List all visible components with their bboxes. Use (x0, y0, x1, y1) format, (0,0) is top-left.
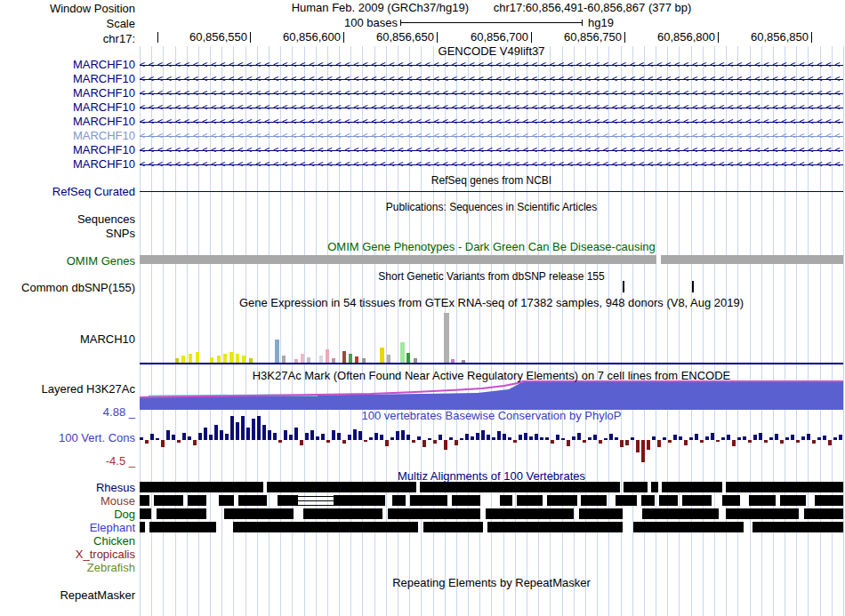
alignment-block (752, 522, 843, 532)
gencode-track[interactable]: <<<<<<<<<<<<<<<<<<<<<<<<<<<<<<<<<<<<<<<<… (140, 58, 843, 172)
conservation-bar (476, 433, 479, 440)
conservation-bar (262, 425, 266, 440)
alignment-block (334, 495, 385, 506)
conservation-bar (428, 438, 431, 440)
alignment-row-x-tropicalis[interactable] (140, 548, 843, 559)
publications-title: Publications: Sequences in Scientific Ar… (140, 201, 843, 213)
conservation-bar (390, 437, 394, 440)
conservation-max-label: 4.88 _ (0, 405, 135, 419)
gene-label: MARCHF10 (0, 115, 135, 128)
conservation-bar (508, 437, 511, 440)
alignment-row-dog[interactable] (140, 508, 843, 519)
conservation-bar (561, 438, 565, 440)
ruler[interactable]: 60,856,55060,856,60060,856,65060,856,700… (140, 31, 843, 45)
ruler-tick (343, 32, 344, 43)
alignment-block (278, 495, 298, 506)
gtex-bar (400, 342, 405, 363)
alignment-row-chicken[interactable] (140, 535, 843, 546)
conservation-bar (684, 440, 688, 445)
species-label-zebrafish: Zebrafish (0, 561, 135, 574)
omim-title: OMIM Gene Phenotypes - Dark Green Can Be… (140, 241, 843, 253)
gene-model[interactable]: <<<<<<<<<<<<<<<<<<<<<<<<<<<<<<<<<<<<<<<<… (140, 100, 843, 115)
conservation-bar (812, 440, 816, 444)
ruler-tick-label: 60,856,750 (544, 31, 622, 44)
gtex-bar (342, 351, 346, 363)
conservation-track[interactable] (140, 416, 843, 463)
conservation-bar (732, 440, 736, 446)
conservation-bar (689, 437, 693, 440)
alignment-block (780, 495, 806, 506)
species-label-dog: Dog (0, 508, 135, 521)
publications-row-label: Sequences (0, 212, 135, 226)
ruler-tick-label: 60,856,600 (263, 31, 341, 44)
alignment-block (726, 508, 799, 519)
conservation-bar (641, 440, 645, 462)
gtex-track[interactable] (140, 313, 843, 364)
conservation-bar (439, 435, 442, 440)
conservation-bar (588, 437, 592, 440)
ruler-tick (250, 32, 251, 43)
conservation-bar (700, 440, 704, 443)
gene-model[interactable]: <<<<<<<<<<<<<<<<<<<<<<<<<<<<<<<<<<<<<<<<… (140, 157, 843, 172)
conservation-bar (487, 435, 490, 440)
conservation-bar (503, 434, 506, 440)
ruler-tick-label: 60,856,550 (170, 31, 247, 44)
gene-model[interactable]: <<<<<<<<<<<<<<<<<<<<<<<<<<<<<<<<<<<<<<<<… (140, 129, 843, 143)
conservation-bar (540, 437, 543, 440)
gtex-bar (332, 358, 335, 363)
alignment-row-rhesus[interactable] (140, 482, 843, 492)
gtex-bar (242, 356, 245, 363)
gene-model[interactable]: <<<<<<<<<<<<<<<<<<<<<<<<<<<<<<<<<<<<<<<<… (140, 86, 843, 100)
alignment-row-elephant[interactable] (140, 522, 843, 532)
gtex-bar (217, 356, 221, 363)
multiz-track[interactable] (140, 481, 843, 577)
gtex-bar (249, 358, 253, 363)
conservation-bar (817, 437, 821, 440)
conservation-bar (209, 435, 213, 440)
chrom-label: chr17: (0, 32, 135, 45)
conservation-bar (332, 430, 335, 440)
conservation-bar (572, 436, 575, 440)
conservation-bar (556, 435, 559, 440)
species-label-chicken: Chicken (0, 534, 135, 548)
conservation-bar (625, 440, 629, 445)
gene-model[interactable]: <<<<<<<<<<<<<<<<<<<<<<<<<<<<<<<<<<<<<<<<… (140, 143, 843, 157)
alignment-block (149, 522, 216, 532)
alignment-row-mouse[interactable] (140, 495, 843, 506)
conservation-bar (161, 440, 165, 447)
species-label-mouse: Mouse (0, 494, 135, 508)
ruler-tick-label: 60,856,800 (638, 31, 715, 44)
conservation-bar (759, 433, 762, 440)
conservation-bar (364, 440, 367, 442)
conservation-bar (225, 434, 229, 440)
conservation-bar (417, 436, 421, 440)
multiz-labels: RhesusMouseDogElephantChickenX_tropicali… (0, 481, 135, 577)
alignment-block (487, 522, 623, 532)
gene-model[interactable]: <<<<<<<<<<<<<<<<<<<<<<<<<<<<<<<<<<<<<<<<… (140, 115, 843, 129)
conservation-bar (316, 436, 319, 440)
gtex-bar (189, 354, 192, 363)
conservation-bar (524, 433, 527, 440)
conservation-bar (460, 438, 463, 440)
conservation-bar (455, 440, 458, 445)
alignment-block (154, 495, 183, 506)
alignment-block (140, 508, 151, 519)
gtex-bar (362, 358, 366, 363)
conservation-title: 100 vertebrates Basewise Conservation by… (140, 410, 843, 422)
alignment-block (392, 495, 406, 506)
gene-model[interactable]: <<<<<<<<<<<<<<<<<<<<<<<<<<<<<<<<<<<<<<<<… (140, 58, 843, 72)
omim-track[interactable] (140, 255, 843, 264)
refseq-track[interactable] (140, 191, 843, 192)
conservation-bar (796, 440, 800, 443)
gtex-label: MARCH10 (0, 332, 135, 346)
h3k27ac-track[interactable] (140, 380, 843, 410)
alignment-row-zebrafish[interactable] (140, 562, 843, 572)
alignment-block (224, 508, 294, 519)
alignment-block (547, 495, 577, 506)
conservation-bar (833, 437, 837, 440)
alignment-block (633, 522, 744, 532)
conservation-bar (305, 433, 309, 440)
conservation-bar (764, 440, 768, 443)
conservation-bar (246, 428, 250, 440)
gene-model[interactable]: <<<<<<<<<<<<<<<<<<<<<<<<<<<<<<<<<<<<<<<<… (140, 72, 843, 86)
